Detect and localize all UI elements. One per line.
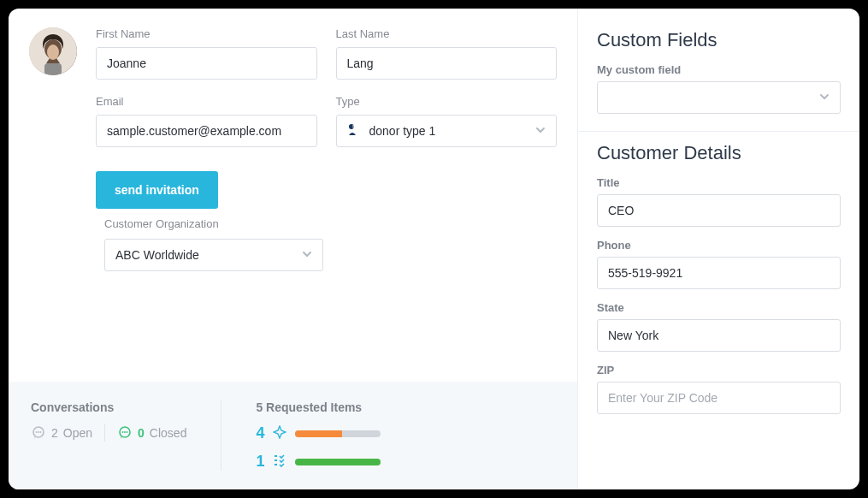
pending-items-row[interactable]: 4 (256, 424, 381, 442)
stats-bar: Conversations 2 Open 0 (9, 382, 577, 489)
first-name-input[interactable] (96, 47, 317, 80)
title-label: Title (597, 176, 841, 189)
requested-items-block: 5 Requested Items 4 1 (221, 400, 381, 471)
section-divider (578, 131, 859, 132)
left-column: First Name Last Name Email Type (9, 9, 577, 489)
type-label: Type (336, 95, 558, 108)
zip-input[interactable] (597, 382, 841, 414)
closed-label: Closed (150, 426, 187, 440)
custom-field-select[interactable] (597, 81, 841, 114)
custom-fields-heading: Custom Fields (597, 29, 841, 51)
title-input[interactable] (597, 194, 841, 227)
conversations-heading: Conversations (31, 400, 186, 414)
svg-point-7 (38, 431, 39, 433)
state-input[interactable] (597, 319, 841, 352)
send-invitation-button[interactable]: send invitation (96, 171, 218, 209)
open-conversations[interactable]: 2 Open (31, 425, 92, 441)
customer-details-heading: Customer Details (597, 142, 841, 164)
svg-point-1 (47, 44, 59, 60)
completed-items-row[interactable]: 1 (256, 453, 381, 471)
chevron-down-icon (535, 124, 546, 138)
open-label: Open (63, 426, 92, 440)
chevron-down-icon (302, 248, 312, 262)
profile-fields: First Name Last Name Email Type (96, 27, 557, 209)
closed-conversations[interactable]: 0 Closed (117, 425, 186, 441)
stats-separator (104, 424, 105, 442)
phone-input[interactable] (597, 257, 841, 289)
email-label: Email (96, 95, 317, 108)
zip-label: ZIP (597, 364, 841, 376)
pending-count: 4 (256, 424, 264, 442)
last-name-input[interactable] (336, 47, 558, 80)
organization-select[interactable]: ABC Worldwide (104, 239, 323, 271)
type-select[interactable]: $ donor type 1 (336, 115, 558, 147)
closed-count: 0 (138, 426, 145, 440)
first-name-label: First Name (96, 27, 317, 40)
send-invitation-wrap: send invitation (96, 171, 557, 209)
email-field-wrap: Email (96, 95, 317, 147)
state-label: State (597, 301, 841, 314)
custom-field-label: My custom field (597, 63, 841, 76)
sparkle-icon (273, 425, 286, 442)
completed-count: 1 (256, 453, 264, 471)
chat-open-icon (31, 425, 46, 441)
requested-items-heading: 5 Requested Items (256, 400, 381, 414)
profile-area: First Name Last Name Email Type (9, 9, 577, 217)
last-name-label: Last Name (336, 27, 558, 40)
custom-field-row: My custom field (597, 63, 841, 114)
right-column: Custom Fields My custom field Customer D… (577, 9, 859, 489)
svg-point-8 (40, 431, 42, 433)
svg-point-11 (124, 431, 126, 433)
donor-type-icon: $ (347, 123, 361, 139)
avatar-image (29, 27, 77, 75)
chevron-down-icon (819, 91, 830, 104)
pending-progress-bar (295, 430, 381, 437)
phone-field: Phone (597, 239, 841, 289)
first-name-field: First Name (96, 27, 317, 80)
state-field: State (597, 301, 841, 352)
email-input[interactable] (96, 115, 317, 147)
conversations-block: Conversations 2 Open 0 (31, 400, 221, 471)
title-field: Title (597, 176, 841, 227)
svg-text:$: $ (352, 124, 355, 129)
type-field: Type $ donor type 1 (336, 95, 558, 147)
svg-point-10 (122, 431, 124, 433)
svg-point-6 (36, 431, 38, 433)
organization-label: Customer Organization (104, 217, 557, 230)
type-select-value: donor type 1 (369, 124, 436, 138)
chat-closed-icon (117, 425, 133, 441)
phone-label: Phone (597, 239, 841, 252)
svg-point-12 (127, 431, 128, 433)
customer-edit-panel: First Name Last Name Email Type (9, 9, 859, 489)
avatar (29, 27, 77, 75)
zip-field: ZIP (597, 364, 841, 414)
organization-select-value: ABC Worldwide (115, 248, 199, 262)
last-name-field: Last Name (336, 27, 558, 80)
open-count: 2 (51, 426, 58, 440)
organization-field: Customer Organization ABC Worldwide (9, 217, 577, 287)
checklist-icon (273, 454, 286, 471)
conversations-row: 2 Open 0 Closed (31, 424, 186, 442)
completed-progress-bar (295, 459, 381, 465)
svg-rect-2 (44, 63, 62, 75)
